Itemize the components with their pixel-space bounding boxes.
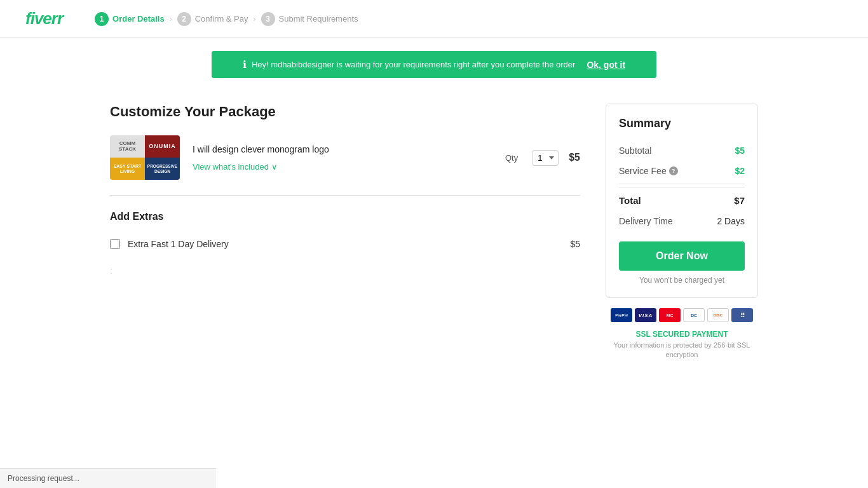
step-circle-2: 2 <box>177 12 191 26</box>
summary-separator <box>619 184 745 184</box>
service-fee-label: Service Fee ? <box>619 166 678 176</box>
paypal-icon: PayPal <box>611 308 632 322</box>
extra-fast-delivery-price: $5 <box>570 239 580 249</box>
payment-icons: PayPal VISA MC DC DISC ⠿ <box>606 308 758 322</box>
main-container: Customize Your Package COMMSTACK ONUMIA … <box>85 91 783 373</box>
discover-icon: DISC <box>707 308 729 322</box>
summary-service-fee-row: Service Fee ? $2 <box>619 161 745 181</box>
alert-text: Hey! mdhabibdesigner is waiting for your… <box>252 60 575 69</box>
step-label-3: Submit Requirements <box>279 14 358 24</box>
thumb-progressivedesign: PROGRESSIVEDESIGN <box>145 158 180 180</box>
visa-icon: VISA <box>635 308 656 322</box>
service-fee-help-icon[interactable]: ? <box>669 166 678 175</box>
view-included-link[interactable]: View what's included ∨ <box>193 162 492 172</box>
delivery-value: 2 Days <box>717 216 745 226</box>
order-now-button[interactable]: Order Now <box>619 241 745 271</box>
header: fiverr 1 Order Details › 2 Confirm & Pay… <box>0 0 868 38</box>
step-arrow-2: › <box>254 15 256 24</box>
qty-price-section: Qty 1 2 3 4 5 $5 <box>505 150 580 166</box>
info-icon: ℹ <box>243 58 247 71</box>
subtotal-value: $5 <box>735 146 745 156</box>
fiverr-logo: fiverr <box>25 9 63 29</box>
extra-row: Extra Fast 1 Day Delivery $5 <box>110 233 580 255</box>
summary-total-row: Total $7 <box>619 187 745 211</box>
summary-subtotal-row: Subtotal $5 <box>619 140 745 161</box>
ssl-sub: Your information is protected by 256-bit… <box>606 341 758 360</box>
summary-delivery-row: Delivery Time 2 Days <box>619 211 745 231</box>
service-fee-value: $2 <box>735 166 745 176</box>
product-price: $5 <box>569 152 580 163</box>
left-content: Customize Your Package COMMSTACK ONUMIA … <box>110 104 580 360</box>
summary-title: Summary <box>619 117 745 130</box>
alert-banner: ℹ Hey! mdhabibdesigner is waiting for yo… <box>212 51 656 78</box>
step-circle-1: 1 <box>95 12 109 26</box>
ssl-section: SSL SECURED PAYMENT Your information is … <box>606 330 758 360</box>
product-thumbnail: COMMSTACK ONUMIA EASY STARTLIVING PROGRE… <box>110 135 180 180</box>
thumb-easystartliving: EASY STARTLIVING <box>110 158 145 180</box>
chevron-down-icon: ∨ <box>271 162 278 172</box>
total-label: Total <box>619 195 641 206</box>
ssl-title: SSL SECURED PAYMENT <box>606 330 758 339</box>
product-row: COMMSTACK ONUMIA EASY STARTLIVING PROGRE… <box>110 135 580 196</box>
breadcrumb-step-1: 1 Order Details <box>95 12 165 26</box>
step-label-2: Confirm & Pay <box>195 14 248 24</box>
qty-select[interactable]: 1 2 3 4 5 <box>532 150 559 166</box>
page-title: Customize Your Package <box>110 104 580 120</box>
breadcrumb-step-2: 2 Confirm & Pay <box>177 12 248 26</box>
thumb-onumia: ONUMIA <box>145 135 180 158</box>
delivery-label: Delivery Time <box>619 216 673 226</box>
mastercard-icon: MC <box>659 308 681 322</box>
right-sidebar: Summary Subtotal $5 Service Fee ? $2 Tot… <box>606 104 758 360</box>
other-payment-icon: ⠿ <box>731 308 753 322</box>
summary-card: Summary Subtotal $5 Service Fee ? $2 Tot… <box>606 104 758 298</box>
product-title: I will design clever monogram logo <box>193 144 492 154</box>
thumb-commstack: COMMSTACK <box>110 135 145 158</box>
step-label-1: Order Details <box>112 14 165 24</box>
placeholder-dots: : <box>110 266 580 276</box>
not-charged-text: You won't be charged yet <box>619 276 745 285</box>
subtotal-label: Subtotal <box>619 146 651 156</box>
qty-label: Qty <box>505 153 518 163</box>
step-arrow-1: › <box>170 15 172 24</box>
extra-fast-delivery-checkbox[interactable] <box>110 239 120 249</box>
alert-ok-link[interactable]: Ok, got it <box>587 60 625 70</box>
add-extras-section: Add Extras Extra Fast 1 Day Delivery $5 <box>110 211 580 255</box>
total-value: $7 <box>734 195 745 206</box>
extra-fast-delivery-label: Extra Fast 1 Day Delivery <box>128 239 562 249</box>
product-info: I will design clever monogram logo View … <box>193 144 492 172</box>
diners-icon: DC <box>683 308 705 322</box>
breadcrumb-step-3: 3 Submit Requirements <box>261 12 358 26</box>
step-circle-3: 3 <box>261 12 275 26</box>
add-extras-title: Add Extras <box>110 211 580 222</box>
breadcrumb: 1 Order Details › 2 Confirm & Pay › 3 Su… <box>95 12 358 26</box>
